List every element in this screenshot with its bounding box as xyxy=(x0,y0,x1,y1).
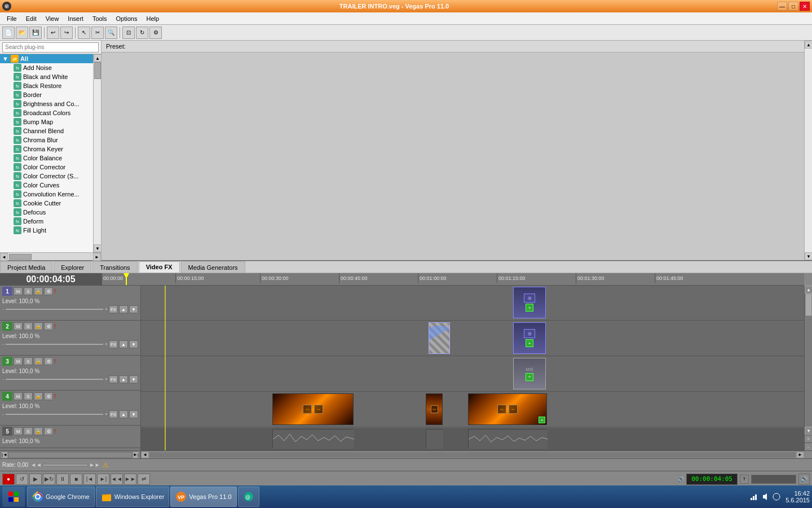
transport-scrub[interactable] xyxy=(751,475,796,484)
rate-slider[interactable] xyxy=(43,464,88,466)
track-down-2[interactable]: ▼ xyxy=(129,340,138,348)
scroll-thumb-h[interactable] xyxy=(9,254,32,260)
track-more-3[interactable]: ! xyxy=(54,358,56,365)
tab-transitions[interactable]: Transitions xyxy=(92,261,137,273)
clip-t5-3[interactable] xyxy=(468,429,547,448)
tb-select[interactable]: ↖ xyxy=(78,27,90,39)
tree-item-channelblend[interactable]: fx Channel Blend xyxy=(0,126,93,135)
track-level-slider-2[interactable] xyxy=(5,343,104,345)
clip-add-icon[interactable]: + xyxy=(539,417,545,423)
track-mute-2[interactable]: M xyxy=(14,322,23,330)
tb-settings[interactable]: ⚙ xyxy=(149,27,162,39)
transport-next-frame[interactable]: ►| xyxy=(97,474,109,485)
tree-item-chromablur[interactable]: fx Chroma Blur xyxy=(0,135,93,144)
track-settings-1[interactable]: ⚙ xyxy=(44,287,53,295)
clip-t5-2[interactable] xyxy=(426,429,443,448)
track-settings-2[interactable]: ⚙ xyxy=(44,322,53,330)
clip-t2-1[interactable] xyxy=(429,322,450,354)
track-down-4[interactable]: ▼ xyxy=(129,410,138,418)
timeline-scroll-right-btn[interactable]: ► xyxy=(796,452,804,458)
track-solo-4[interactable]: S xyxy=(24,392,33,400)
track-up-3[interactable]: ▲ xyxy=(119,375,128,383)
tree-item-bw[interactable]: fx Black and White xyxy=(0,72,93,81)
track-lock-2[interactable]: 🔒 xyxy=(34,322,43,330)
tb-undo[interactable]: ↩ xyxy=(47,27,59,39)
track-down-1[interactable]: ▼ xyxy=(129,305,138,313)
taskbar-item-chrome[interactable]: Google Chrome xyxy=(27,487,95,507)
tree-item-colorcurves[interactable]: fx Color Curves xyxy=(0,181,93,190)
scroll-right-btn[interactable]: ► xyxy=(93,253,101,261)
tracks-zoom-in[interactable]: + xyxy=(805,435,812,443)
track-minus-4[interactable]: - xyxy=(2,411,4,417)
menu-edit[interactable]: Edit xyxy=(21,14,41,23)
track-fx-4[interactable]: FX xyxy=(109,410,118,418)
tb-edit[interactable]: ✂ xyxy=(91,27,104,39)
rate-left[interactable]: ◄◄ xyxy=(30,462,42,468)
track-mute-3[interactable]: M xyxy=(14,357,23,365)
clip-t1-1[interactable]: ⊞ + xyxy=(513,287,546,318)
track-level-slider-3[interactable] xyxy=(5,378,104,380)
clip-t4-3[interactable]: ↔ ↔ + xyxy=(468,393,547,425)
rate-right[interactable]: ►► xyxy=(89,462,100,468)
tree-item-chromakeyer[interactable]: fx Chroma Keyer xyxy=(0,144,93,154)
tb-new[interactable]: 📄 xyxy=(2,27,15,39)
tree-item-addnoise[interactable]: fx Add Noise xyxy=(0,63,93,72)
tab-project-media[interactable]: Project Media xyxy=(0,261,52,273)
track-up-4[interactable]: ▲ xyxy=(119,410,128,418)
clip-t4-1[interactable]: ↔ ↔ xyxy=(272,393,354,425)
track-plus-2[interactable]: + xyxy=(105,341,108,347)
tree-item-bumpmap[interactable]: fx Bump Map xyxy=(0,117,93,126)
tree-item-border[interactable]: fx Border xyxy=(0,90,93,99)
track-more-1[interactable]: ! xyxy=(54,288,56,295)
track-more-5[interactable]: ! xyxy=(54,428,56,435)
transport-play[interactable]: ▶ xyxy=(29,474,42,485)
track-plus-3[interactable]: + xyxy=(105,376,108,382)
tab-video-fx[interactable]: Video FX xyxy=(139,261,180,273)
scroll-up-btn[interactable]: ▲ xyxy=(94,54,101,62)
tab-explorer[interactable]: Explorer xyxy=(54,261,91,273)
track-lock-4[interactable]: 🔒 xyxy=(34,392,43,400)
tree-item-brightness[interactable]: fx Brightness and Co... xyxy=(0,99,93,108)
tb-open[interactable]: 📂 xyxy=(16,27,28,39)
track-lock-3[interactable]: 🔒 xyxy=(34,357,43,365)
tb-zoom[interactable]: 🔍 xyxy=(105,27,117,39)
track-more-2[interactable]: ! xyxy=(54,323,56,330)
track-down-3[interactable]: ▼ xyxy=(129,375,138,383)
tracks-scroll-down[interactable]: ▼ xyxy=(805,427,812,435)
tree-item-defocus[interactable]: fx Defocus xyxy=(0,208,93,217)
track-fx-3[interactable]: FX xyxy=(109,375,118,383)
clip-t3-1[interactable]: M⊟ + xyxy=(513,358,546,389)
tree-item-blackrestore[interactable]: fx Black Restore xyxy=(0,81,93,90)
track-settings-3[interactable]: ⚙ xyxy=(44,357,53,365)
transport-stop[interactable]: ■ xyxy=(70,474,82,485)
timeline-scroll-end[interactable]: ►| xyxy=(133,452,139,458)
taskbar-item-network[interactable]: @ xyxy=(238,487,259,507)
transport-prev-frame[interactable]: |◄ xyxy=(83,474,96,485)
tree-item-filllight[interactable]: fx Fill Light xyxy=(0,226,93,235)
track-mute-1[interactable]: M xyxy=(14,287,23,295)
transport-loop-region[interactable]: ⇌ xyxy=(138,474,150,485)
tree-item-cookiecutter[interactable]: fx Cookie Cutter xyxy=(0,199,93,208)
track-solo-3[interactable]: S xyxy=(24,357,33,365)
track-minus-1[interactable]: - xyxy=(2,306,4,312)
clip-t4-2[interactable]: ↔ xyxy=(426,393,443,425)
tab-media-generators[interactable]: Media Generators xyxy=(181,261,245,273)
tb-loop[interactable]: ↻ xyxy=(136,27,148,39)
track-minus-2[interactable]: - xyxy=(2,341,4,347)
search-input[interactable] xyxy=(2,42,99,52)
tb-redo[interactable]: ↪ xyxy=(60,27,73,39)
close-button[interactable]: ✕ xyxy=(800,2,810,11)
track-plus-4[interactable]: + xyxy=(105,411,108,417)
track-fx-2[interactable]: FX xyxy=(109,340,118,348)
scroll-down-btn[interactable]: ▼ xyxy=(94,244,101,252)
track-settings-5[interactable]: ⚙ xyxy=(44,427,53,435)
track-solo-5[interactable]: S xyxy=(24,427,33,435)
track-more-4[interactable]: ! xyxy=(54,393,56,400)
transport-record[interactable]: ● xyxy=(2,474,15,485)
track-fx-1[interactable]: FX xyxy=(109,305,118,313)
preset-scroll-up[interactable]: ▲ xyxy=(805,41,812,49)
minimize-button[interactable]: — xyxy=(777,2,787,11)
tree-root-all[interactable]: ▼ 📁 All xyxy=(0,54,93,63)
menu-options[interactable]: Options xyxy=(112,14,142,23)
tb-snap[interactable]: ⊡ xyxy=(122,27,135,39)
